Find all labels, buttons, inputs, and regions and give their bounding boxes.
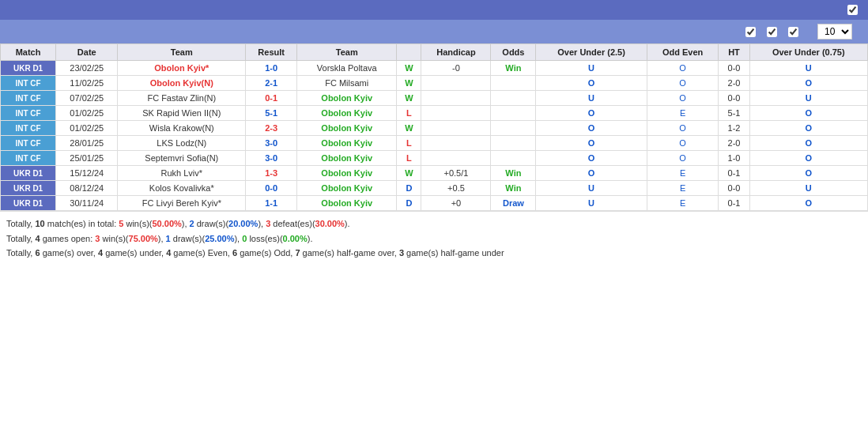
table-row: INT CF01/02/25Wisla Krakow(N)2-3Obolon K… bbox=[1, 121, 868, 136]
table-row: INT CF01/02/25SK Rapid Wien II(N)5-1Obol… bbox=[1, 106, 868, 121]
handicap bbox=[421, 106, 491, 121]
col-team1: Team bbox=[118, 44, 246, 61]
over-under-25: U bbox=[536, 91, 647, 106]
half-time: 2-0 bbox=[719, 136, 749, 151]
filter-bar: 10 20 30 bbox=[0, 20, 868, 43]
half-time: 0-1 bbox=[719, 166, 749, 181]
match-type: INT CF bbox=[1, 136, 56, 151]
half-time: 5-1 bbox=[719, 106, 749, 121]
over-under-075: U bbox=[749, 61, 867, 76]
half-time: 1-0 bbox=[719, 151, 749, 166]
handicap bbox=[421, 76, 491, 91]
over-under-075: O bbox=[749, 166, 867, 181]
col-match: Match bbox=[1, 44, 56, 61]
handicap: +0.5 bbox=[421, 181, 491, 196]
over-under-25: U bbox=[536, 181, 647, 196]
match-date: 01/02/25 bbox=[56, 121, 118, 136]
handicap: -0 bbox=[421, 61, 491, 76]
over-under-25: O bbox=[536, 136, 647, 151]
match-type: INT CF bbox=[1, 76, 56, 91]
match-type: INT CF bbox=[1, 121, 56, 136]
display-notes-checkbox-label[interactable] bbox=[847, 5, 860, 15]
team1-name: Obolon Kyiv* bbox=[118, 61, 246, 76]
col-handicap: Handicap bbox=[421, 44, 491, 61]
match-date: 01/02/25 bbox=[56, 106, 118, 121]
summary-line-3: Totally, 6 game(s) over, 4 game(s) under… bbox=[6, 246, 862, 261]
handicap bbox=[421, 121, 491, 136]
col-team2: Team bbox=[297, 44, 397, 61]
summary-line-1: Totally, 10 match(es) in total: 5 win(s)… bbox=[6, 216, 862, 231]
odds bbox=[491, 106, 536, 121]
odds: Win bbox=[491, 61, 536, 76]
match-type: UKR D1 bbox=[1, 181, 56, 196]
int-cf-checkbox[interactable] bbox=[745, 27, 756, 37]
odd-even: E bbox=[647, 106, 719, 121]
over-under-25: O bbox=[536, 76, 647, 91]
odd-even: E bbox=[647, 166, 719, 181]
scores-table: Match Date Team Result Team Handicap Odd… bbox=[0, 43, 868, 211]
match-type: INT CF bbox=[1, 91, 56, 106]
ukrc-checkbox[interactable] bbox=[788, 27, 798, 37]
team2-name: Obolon Kyiv bbox=[297, 106, 397, 121]
odd-even: O bbox=[647, 91, 719, 106]
games-select[interactable]: 10 20 30 bbox=[817, 24, 852, 40]
match-date: 30/11/24 bbox=[56, 196, 118, 211]
match-type: UKR D1 bbox=[1, 196, 56, 211]
match-outcome: W bbox=[397, 166, 421, 181]
col-oe: Odd Even bbox=[647, 44, 719, 61]
page-header bbox=[0, 0, 868, 20]
match-result: 5-1 bbox=[246, 106, 297, 121]
match-outcome: L bbox=[397, 151, 421, 166]
over-under-075: O bbox=[749, 196, 867, 211]
odd-even: O bbox=[647, 61, 719, 76]
summary-line-2: Totally, 4 games open: 3 win(s)(75.00%),… bbox=[6, 231, 862, 246]
over-under-25: O bbox=[536, 166, 647, 181]
summary-section: Totally, 10 match(es) in total: 5 win(s)… bbox=[0, 211, 868, 265]
handicap bbox=[421, 136, 491, 151]
team1-name: FC Livyi Bereh Kyiv* bbox=[118, 196, 246, 211]
col-odds: Odds bbox=[491, 44, 536, 61]
team1-name: Septemvri Sofia(N) bbox=[118, 151, 246, 166]
ukr-d1-filter[interactable] bbox=[767, 27, 780, 37]
odds: Win bbox=[491, 181, 536, 196]
table-row: INT CF28/01/25LKS Lodz(N)3-0Obolon KyivL… bbox=[1, 136, 868, 151]
team1-name: FC Fastav Zlin(N) bbox=[118, 91, 246, 106]
over-under-075: O bbox=[749, 151, 867, 166]
half-time: 2-0 bbox=[719, 76, 749, 91]
ukr-d1-checkbox[interactable] bbox=[767, 27, 777, 37]
match-result: 3-0 bbox=[246, 136, 297, 151]
over-under-25: U bbox=[536, 61, 647, 76]
header-controls bbox=[847, 5, 860, 15]
over-under-25: O bbox=[536, 151, 647, 166]
int-cf-filter[interactable] bbox=[745, 27, 759, 37]
half-time: 0-0 bbox=[719, 181, 749, 196]
over-under-25: U bbox=[536, 196, 647, 211]
table-row: INT CF11/02/25Obolon Kyiv(N)2-1FC Milsam… bbox=[1, 76, 868, 91]
match-type: INT CF bbox=[1, 106, 56, 121]
odds bbox=[491, 76, 536, 91]
ukrc-filter[interactable] bbox=[788, 27, 802, 37]
half-time: 0-0 bbox=[719, 91, 749, 106]
odd-even: O bbox=[647, 121, 719, 136]
table-row: INT CF07/02/25FC Fastav Zlin(N)0-1Obolon… bbox=[1, 91, 868, 106]
odds bbox=[491, 121, 536, 136]
match-type: INT CF bbox=[1, 151, 56, 166]
display-notes-checkbox[interactable] bbox=[847, 5, 858, 15]
over-under-075: U bbox=[749, 181, 867, 196]
handicap bbox=[421, 91, 491, 106]
table-row: INT CF25/01/25Septemvri Sofia(N)3-0Obolo… bbox=[1, 151, 868, 166]
match-result: 0-0 bbox=[246, 181, 297, 196]
match-outcome: D bbox=[397, 181, 421, 196]
match-outcome: W bbox=[397, 91, 421, 106]
match-result: 1-1 bbox=[246, 196, 297, 211]
odds bbox=[491, 151, 536, 166]
col-ou25: Over Under (2.5) bbox=[536, 44, 647, 61]
col-ou075: Over Under (0.75) bbox=[749, 44, 867, 61]
team2-name: Obolon Kyiv bbox=[297, 121, 397, 136]
match-outcome: W bbox=[397, 61, 421, 76]
match-date: 15/12/24 bbox=[56, 166, 118, 181]
match-date: 25/01/25 bbox=[56, 151, 118, 166]
team2-name: Vorskla Poltava bbox=[297, 61, 397, 76]
over-under-075: O bbox=[749, 76, 867, 91]
col-ht: HT bbox=[719, 44, 749, 61]
